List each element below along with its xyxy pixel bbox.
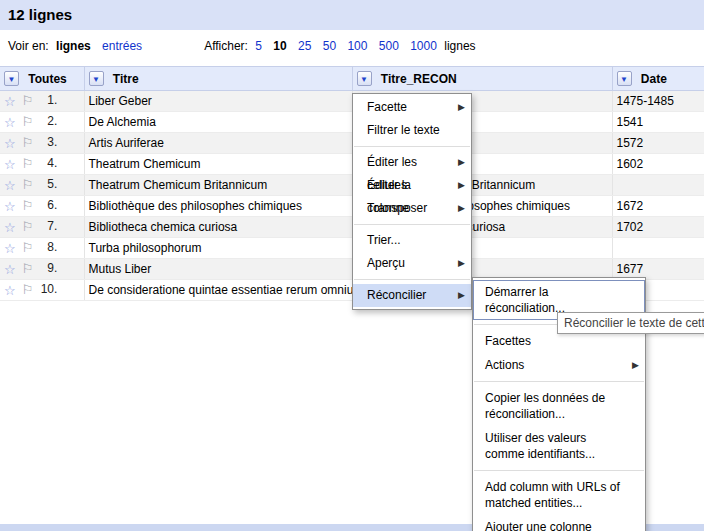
star-icon[interactable]: ☆	[4, 115, 16, 130]
cell-titre[interactable]: Turba philosophorum	[84, 238, 352, 259]
row-number: 5.	[33, 177, 57, 191]
submenu-item-use-values-as-identifiers[interactable]: Utiliser des valeurs comme identifiants.…	[473, 426, 645, 466]
menu-item-facette[interactable]: Facette▶	[353, 96, 471, 119]
toutes-dropdown-button[interactable]: ▼	[4, 71, 19, 86]
menu-item-label: Transposer	[367, 201, 427, 215]
menu-item-label: Aperçu	[367, 256, 405, 270]
column-header-titre: ▼ Titre	[84, 67, 352, 91]
flag-icon[interactable]: ⚐	[22, 178, 34, 193]
menu-item-filter-text[interactable]: Filtrer le texte	[353, 119, 471, 142]
row-controls: ☆⚐6.	[0, 196, 84, 217]
cell-titre[interactable]: Artis Auriferae	[84, 133, 352, 154]
menu-item-view[interactable]: Aperçu▶	[353, 252, 471, 275]
flag-icon[interactable]: ⚐	[22, 241, 34, 256]
page-size-10[interactable]: 10	[273, 39, 286, 53]
page-size-25[interactable]: 25	[298, 39, 311, 53]
cell-date[interactable]: 1602	[612, 154, 704, 175]
cell-date[interactable]	[612, 175, 704, 196]
row-number: 7.	[33, 219, 57, 233]
menu-divider	[474, 470, 644, 471]
row-controls: ☆⚐10.	[0, 280, 84, 301]
cell-titre[interactable]: Liber Geber	[84, 91, 352, 112]
view-rows-option[interactable]: lignes	[56, 39, 91, 53]
menu-item-label: Démarrer la réconciliation...	[485, 285, 565, 315]
menu-item-label: Actions	[485, 358, 524, 372]
cell-date[interactable]: 1672	[612, 196, 704, 217]
column-header-toutes: ▼ Toutes	[0, 67, 84, 91]
star-icon[interactable]: ☆	[4, 283, 16, 298]
row-controls: ☆⚐2.	[0, 112, 84, 133]
cell-date[interactable]: 1475-1485	[612, 91, 704, 112]
menu-item-sort[interactable]: Trier...	[353, 229, 471, 252]
star-icon[interactable]: ☆	[4, 94, 16, 109]
star-icon[interactable]: ☆	[4, 157, 16, 172]
menu-item-edit-cells[interactable]: Éditer les cellules▶	[353, 151, 471, 174]
date-dropdown-button[interactable]: ▼	[617, 71, 632, 86]
page-size-500[interactable]: 500	[379, 39, 399, 53]
view-records-link[interactable]: entrées	[102, 39, 142, 53]
cell-date[interactable]: 1702	[612, 217, 704, 238]
submenu-item-copy-reconciliation-data[interactable]: Copier les données de réconciliation...	[473, 386, 645, 426]
flag-icon[interactable]: ⚐	[22, 115, 34, 130]
submenu-item-add-column-urls[interactable]: Add column with URLs of matched entities…	[473, 475, 645, 515]
menu-item-label: Réconcilier	[367, 288, 426, 302]
cell-titre[interactable]: De consideratione quintae essentiae reru…	[84, 280, 352, 301]
cell-titre[interactable]: Theatrum Chemicum	[84, 154, 352, 175]
cell-titre[interactable]: Bibliotheca chemica curiosa	[84, 217, 352, 238]
menu-item-label: Facette	[367, 100, 407, 114]
row-number: 10.	[33, 282, 57, 296]
star-icon[interactable]: ☆	[4, 241, 16, 256]
menu-divider	[354, 224, 470, 225]
star-icon[interactable]: ☆	[4, 178, 16, 193]
page-size-100[interactable]: 100	[347, 39, 367, 53]
column-header-titre-recon: ▼ Titre_RECON	[352, 67, 612, 91]
flag-icon[interactable]: ⚐	[22, 136, 34, 151]
flag-icon[interactable]: ⚐	[22, 199, 34, 214]
star-icon[interactable]: ☆	[4, 136, 16, 151]
star-icon[interactable]: ☆	[4, 262, 16, 277]
titre-recon-dropdown-button[interactable]: ▼	[357, 71, 372, 86]
menu-item-transpose[interactable]: Transposer▶	[353, 197, 471, 220]
menu-item-label: Facettes	[485, 334, 531, 348]
page-size-50[interactable]: 50	[323, 39, 336, 53]
row-controls: ☆⚐7.	[0, 217, 84, 238]
row-controls: ☆⚐1.	[0, 91, 84, 112]
row-number: 8.	[33, 240, 57, 254]
star-icon[interactable]: ☆	[4, 199, 16, 214]
submenu-item-actions[interactable]: Actions▶	[473, 353, 645, 377]
cell-titre[interactable]: De Alchemia	[84, 112, 352, 133]
cell-titre[interactable]: Theatrum Chemicum Britannicum	[84, 175, 352, 196]
star-icon[interactable]: ☆	[4, 220, 16, 235]
column-header-label: Titre	[113, 72, 139, 86]
submenu-arrow-icon: ▶	[458, 252, 465, 275]
menu-item-edit-column[interactable]: Éditer la colonne▶	[353, 174, 471, 197]
submenu-arrow-icon: ▶	[458, 174, 465, 197]
column-header-label: Titre_RECON	[381, 72, 457, 86]
flag-icon[interactable]: ⚐	[22, 157, 34, 172]
menu-item-label: Trier...	[367, 233, 401, 247]
flag-icon[interactable]: ⚐	[22, 283, 34, 298]
page-size-5[interactable]: 5	[255, 39, 262, 53]
column-header-date: ▼ Date	[612, 67, 704, 91]
menu-item-reconcile[interactable]: Réconcilier▶	[353, 284, 471, 307]
cell-date[interactable]: 1572	[612, 133, 704, 154]
row-controls: ☆⚐5.	[0, 175, 84, 196]
submenu-item-add-column-entity-ids[interactable]: Ajouter une colonne d'identifiants d'ent…	[473, 515, 645, 531]
flag-icon[interactable]: ⚐	[22, 220, 34, 235]
row-number: 1.	[33, 93, 57, 107]
row-number: 2.	[33, 114, 57, 128]
cell-date[interactable]: 1541	[612, 112, 704, 133]
row-controls: ☆⚐9.	[0, 259, 84, 280]
cell-titre[interactable]: Bibliothèque des philosophes chimiques	[84, 196, 352, 217]
menu-item-label: Copier les données de réconciliation...	[485, 391, 605, 421]
flag-icon[interactable]: ⚐	[22, 262, 34, 277]
page-size-1000[interactable]: 1000	[410, 39, 437, 53]
titre-dropdown-button[interactable]: ▼	[89, 71, 104, 86]
menu-divider	[354, 146, 470, 147]
column-header-label: Toutes	[28, 72, 66, 86]
chevron-down-icon: ▼	[92, 75, 100, 84]
cell-date[interactable]	[612, 238, 704, 259]
flag-icon[interactable]: ⚐	[22, 94, 34, 109]
cell-titre[interactable]: Mutus Liber	[84, 259, 352, 280]
menu-divider	[474, 381, 644, 382]
